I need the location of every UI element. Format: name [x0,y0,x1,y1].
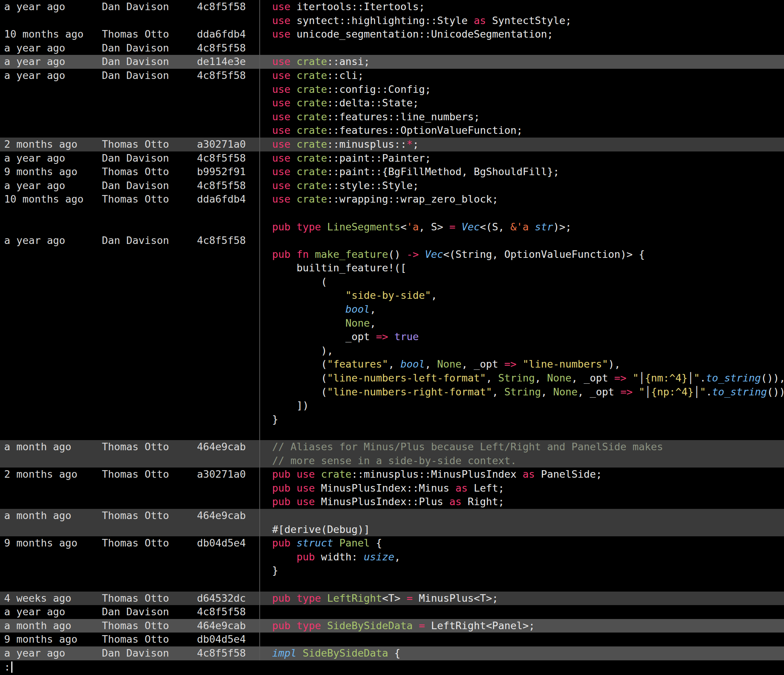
blame-row: 2 months agoThomas Ottoa30271a0pub use c… [0,468,784,481]
code-segment: use [272,70,297,81]
code-line: use unicode_segmentation::UnicodeSegment… [259,28,784,41]
commit-hash [197,578,259,591]
blame-author [102,275,197,289]
code-segment: , _opt [462,358,504,370]
code-line: use crate::config::Config; [259,83,784,96]
code-segment: bool [400,358,425,370]
code-segment: ::wrapping::wrap_zero_block; [327,193,498,205]
code-segment: to_string [706,372,761,384]
code-segment: use [272,15,297,26]
commit-hash [197,330,259,344]
blame-age: a year ago [4,647,102,660]
code-line: pub use MinusPlusIndex::Minus as Left; [259,481,784,495]
commit-hash [197,248,259,261]
code-segment: pub use [272,496,321,507]
code-line: use itertools::Itertools; [259,0,784,14]
code-segment: = [419,620,425,631]
blame-row: bool, [0,303,784,316]
code-segment [272,289,345,301]
blame-row: a year agoDan Davison4c8f5f58 [0,234,784,248]
commit-hash: dda6fdb4 [197,193,259,206]
blame-age: a year ago [4,55,102,69]
blame-row: a month agoThomas Otto464e9cab// Aliases… [0,440,784,454]
code-segment: crate [297,56,327,67]
blame-row: pub use MinusPlusIndex::Minus as Left; [0,481,784,495]
code-line [259,605,784,619]
commit-hash [197,96,259,110]
code-line: use crate::cli; [259,69,784,83]
code-segment: Vec [462,221,480,233]
code-segment: " [639,386,644,398]
blame-row: pub fn make_feature() -> Vec<(String, Op… [0,248,784,261]
code-segment: , _opt [572,372,614,384]
blame-row [0,426,784,440]
blame-age: 9 months ago [4,536,102,550]
blame-age: a year ago [4,605,102,619]
commit-hash: 4c8f5f58 [197,69,259,83]
blame-age: 2 months ago [4,138,102,151]
blame-age [4,578,102,591]
blame-author [102,289,197,303]
commit-hash [197,371,259,385]
blame-author: Thomas Otto [102,591,197,605]
code-line: use crate::wrapping::wrap_zero_block; [259,193,784,206]
blame-row: a year agoDan Davison4c8f5f58use crate::… [0,69,784,83]
blame-row: } [0,413,784,426]
commit-hash [197,358,259,371]
blame-author: Dan Davison [102,41,197,55]
blame-author [102,316,197,330]
code-segment: ::cli; [327,70,364,81]
code-segment: pub use [272,468,321,480]
blame-author [102,220,197,234]
blame-age [4,261,102,275]
code-segment: , [541,386,553,398]
code-line: use crate::paint::Painter; [259,151,784,165]
blame-author: Thomas Otto [102,440,197,454]
code-segment: itertools::Itertools; [297,1,425,12]
code-segment: ; [413,138,419,150]
code-segment: crate [297,70,327,81]
blame-row: "side-by-side", [0,289,784,303]
blame-row: a year agoDan Davison4c8f5f58 [0,605,784,619]
commit-hash [197,426,259,440]
code-segment: crate [297,152,327,164]
code-segment: ()) [767,386,784,398]
code-line: bool, [259,303,784,316]
code-segment [456,221,462,233]
blame-row: a year agoDan Davison4c8f5f58 [0,41,784,55]
code-segment: crate [297,193,327,205]
code-segment: use [272,180,297,191]
code-segment: pub [272,537,297,549]
code-segment: <T> [382,592,407,604]
terminal-window[interactable]: a year agoDan Davison4c8f5f58use itertoo… [0,0,784,675]
blame-age [4,330,102,344]
code-segment: ( [272,276,327,288]
code-line: builtin_feature!([ [259,261,784,275]
code-segment: None [553,386,578,398]
blame-author: Thomas Otto [102,468,197,481]
commit-hash: db04d5e4 [197,536,259,550]
blame-row: ("features", bool, None, _opt => "line-n… [0,358,784,371]
blame-row: 9 months agoThomas Ottodb04d5e4pub struc… [0,536,784,550]
blame-author [102,83,197,96]
blame-row: use crate::delta::State; [0,96,784,110]
code-segment: syntect::highlighting::Style [297,15,474,26]
blame-author: Thomas Otto [102,165,197,179]
blame-row: #[derive(Debug)] [0,523,784,537]
commit-hash: dda6fdb4 [197,28,259,41]
commit-hash [197,454,259,468]
blame-age [4,303,102,316]
code-segment: "line-numbers" [523,358,608,370]
code-segment: String [504,386,541,398]
code-segment: unicode_segmentation::UnicodeSegmentatio… [297,28,553,40]
code-segment: ::ansi; [327,56,370,67]
code-segment: , [394,551,400,563]
code-segment: SideBySideData [327,620,413,631]
blame-age: a month ago [4,619,102,633]
commit-hash [197,481,259,495]
code-segment: │ [645,386,651,398]
commit-hash [197,550,259,564]
commit-hash [197,206,259,220]
blame-author [102,454,197,468]
blame-author: Dan Davison [102,605,197,619]
